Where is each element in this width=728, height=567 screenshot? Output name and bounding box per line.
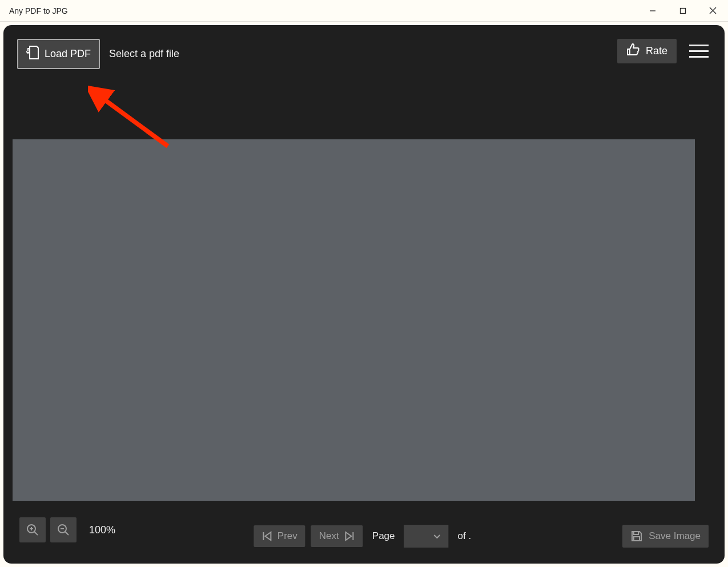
window-title: Any PDF to JPG: [9, 6, 68, 15]
chevron-down-icon: [433, 532, 442, 541]
next-button[interactable]: Next: [311, 525, 363, 547]
prev-label: Prev: [277, 530, 297, 542]
rate-label: Rate: [646, 45, 667, 57]
thumbs-up-icon: [626, 43, 640, 59]
prev-icon: [262, 530, 273, 542]
save-image-button[interactable]: Save Image: [622, 525, 709, 548]
zoom-level: 100%: [89, 524, 115, 536]
top-toolbar: Load PDF Select a pdf file Rate: [3, 25, 725, 105]
svg-line-5: [34, 532, 38, 535]
page-label: Page: [372, 530, 395, 542]
prev-button[interactable]: Prev: [254, 525, 305, 547]
title-bar: Any PDF to JPG: [0, 0, 728, 22]
maximize-button[interactable]: [667, 0, 698, 21]
close-button[interactable]: [698, 0, 728, 21]
svg-line-9: [65, 532, 69, 535]
bottom-toolbar: 100% Prev Next Page: [3, 512, 725, 564]
of-label: of .: [458, 530, 472, 542]
save-icon: [630, 530, 643, 542]
minimize-button[interactable]: [637, 0, 667, 21]
pdf-preview-area: [13, 139, 695, 501]
top-right-group: Rate: [617, 39, 711, 63]
zoom-group: 100%: [19, 517, 115, 542]
svg-rect-1: [680, 8, 685, 13]
page-select[interactable]: [404, 525, 449, 548]
minimize-icon: [649, 7, 656, 14]
svg-rect-13: [634, 532, 638, 534]
window-controls: [637, 0, 728, 21]
hamburger-icon: [689, 45, 709, 46]
rate-button[interactable]: Rate: [617, 39, 677, 63]
zoom-in-icon: [26, 523, 39, 537]
load-pdf-icon: [26, 45, 39, 63]
main-panel: Load PDF Select a pdf file Rate: [3, 25, 725, 564]
zoom-out-button[interactable]: [50, 517, 77, 542]
hamburger-icon: [689, 56, 709, 58]
top-left-group: Load PDF Select a pdf file: [17, 39, 179, 69]
hamburger-icon: [689, 50, 709, 52]
svg-rect-14: [634, 537, 639, 541]
next-icon: [344, 530, 355, 542]
menu-button[interactable]: [689, 43, 711, 60]
zoom-in-button[interactable]: [19, 517, 46, 542]
load-pdf-label: Load PDF: [45, 48, 91, 60]
save-label: Save Image: [649, 530, 701, 542]
next-label: Next: [319, 530, 339, 542]
load-pdf-button[interactable]: Load PDF: [17, 39, 100, 69]
hint-text: Select a pdf file: [109, 48, 179, 60]
close-icon: [709, 7, 717, 14]
maximize-icon: [679, 7, 686, 14]
zoom-out-icon: [57, 523, 70, 537]
nav-group: Prev Next Page of .: [254, 525, 474, 548]
